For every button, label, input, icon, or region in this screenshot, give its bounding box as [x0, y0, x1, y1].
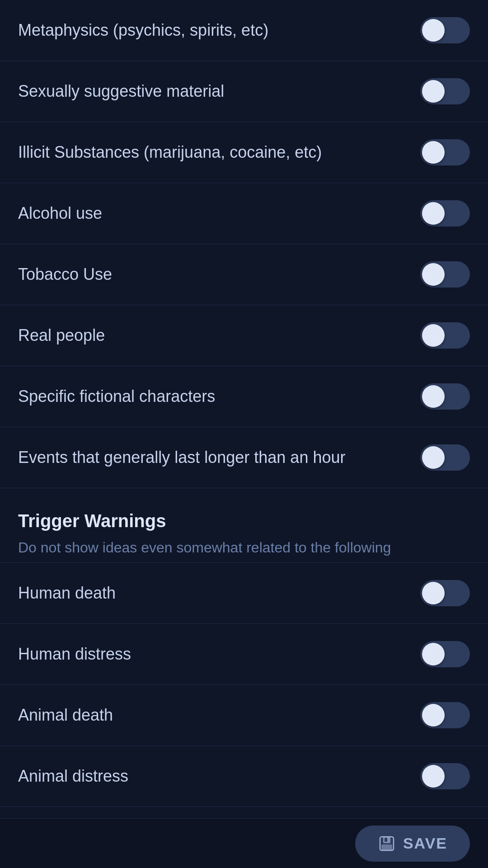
- svg-rect-2: [381, 844, 392, 850]
- settings-row-animal-distress: Animal distress: [0, 746, 488, 807]
- toggle-thumb-long-events: [422, 446, 445, 469]
- toggle-animal-death[interactable]: [420, 702, 470, 728]
- label-human-distress: Human distress: [18, 645, 420, 664]
- label-metaphysics: Metaphysics (psychics, spirits, etc): [18, 21, 420, 40]
- settings-row-sexually-suggestive: Sexually suggestive material: [0, 61, 488, 122]
- toggle-tobacco-use[interactable]: [420, 261, 470, 288]
- svg-rect-3: [385, 838, 387, 842]
- toggle-alcohol-use[interactable]: [420, 200, 470, 226]
- label-sexually-suggestive: Sexually suggestive material: [18, 82, 420, 101]
- save-label: SAVE: [403, 835, 447, 852]
- save-button[interactable]: SAVE: [355, 826, 470, 862]
- settings-row-metaphysics: Metaphysics (psychics, spirits, etc): [0, 0, 488, 61]
- toggle-animal-distress[interactable]: [420, 763, 470, 789]
- label-alcohol-use: Alcohol use: [18, 204, 420, 223]
- label-animal-distress: Animal distress: [18, 767, 420, 786]
- toggle-thumb-animal-death: [422, 704, 445, 726]
- toggle-thumb-metaphysics: [422, 19, 445, 42]
- toggle-thumb-real-people: [422, 324, 445, 347]
- settings-row-alcohol-use: Alcohol use: [0, 183, 488, 244]
- toggle-thumb-human-distress: [422, 643, 445, 665]
- settings-row-illicit-substances: Illicit Substances (marijuana, cocaine, …: [0, 122, 488, 183]
- label-human-death: Human death: [18, 584, 420, 603]
- settings-row-human-distress: Human distress: [0, 624, 488, 685]
- trigger-warnings-title: Trigger Warnings: [18, 511, 470, 531]
- toggle-thumb-sexually-suggestive: [422, 80, 445, 103]
- settings-list: Metaphysics (psychics, spirits, etc)Sexu…: [0, 0, 488, 488]
- trigger-warnings-subtitle: Do not show ideas even somewhat related …: [18, 538, 470, 558]
- settings-row-fictional-characters: Specific fictional characters: [0, 366, 488, 427]
- toggle-human-death[interactable]: [420, 580, 470, 606]
- settings-row-human-death: Human death: [0, 563, 488, 624]
- toggle-human-distress[interactable]: [420, 641, 470, 667]
- toggle-thumb-alcohol-use: [422, 202, 445, 225]
- trigger-warnings-section-header: Trigger Warnings Do not show ideas even …: [0, 488, 488, 562]
- label-real-people: Real people: [18, 326, 420, 345]
- save-icon: [378, 835, 396, 853]
- toggle-thumb-human-death: [422, 582, 445, 604]
- bottom-bar: SAVE: [0, 818, 488, 868]
- trigger-warnings-list: Human deathHuman distressAnimal deathAni…: [0, 563, 488, 807]
- label-animal-death: Animal death: [18, 706, 420, 725]
- toggle-thumb-fictional-characters: [422, 385, 445, 408]
- label-tobacco-use: Tobacco Use: [18, 265, 420, 284]
- settings-row-tobacco-use: Tobacco Use: [0, 244, 488, 305]
- label-long-events: Events that generally last longer than a…: [18, 448, 420, 467]
- toggle-fictional-characters[interactable]: [420, 383, 470, 410]
- toggle-thumb-animal-distress: [422, 765, 445, 788]
- settings-row-animal-death: Animal death: [0, 685, 488, 746]
- settings-row-long-events: Events that generally last longer than a…: [0, 427, 488, 488]
- label-illicit-substances: Illicit Substances (marijuana, cocaine, …: [18, 143, 420, 162]
- toggle-thumb-illicit-substances: [422, 141, 445, 164]
- toggle-illicit-substances[interactable]: [420, 139, 470, 165]
- toggle-metaphysics[interactable]: [420, 17, 470, 43]
- toggle-sexually-suggestive[interactable]: [420, 78, 470, 104]
- toggle-real-people[interactable]: [420, 322, 470, 349]
- label-fictional-characters: Specific fictional characters: [18, 387, 420, 406]
- toggle-long-events[interactable]: [420, 444, 470, 471]
- settings-row-real-people: Real people: [0, 305, 488, 366]
- toggle-thumb-tobacco-use: [422, 263, 445, 286]
